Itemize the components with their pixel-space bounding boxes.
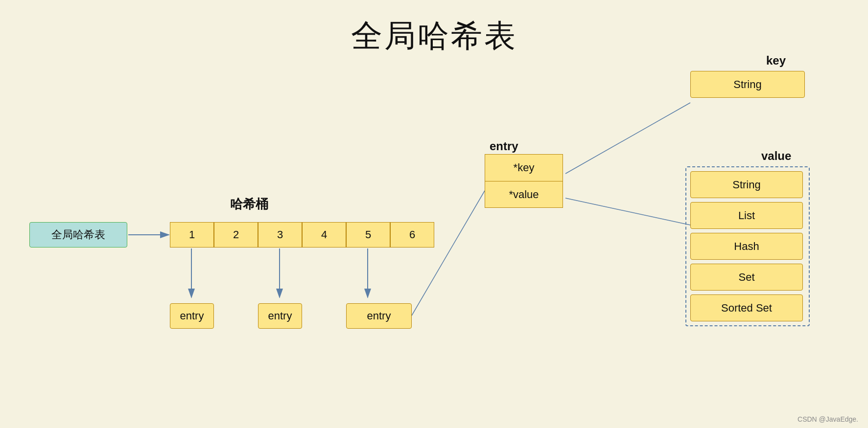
value-set-box: Set xyxy=(690,264,803,291)
svg-line-6 xyxy=(565,103,690,174)
svg-line-5 xyxy=(412,191,485,315)
value-label: value xyxy=(761,149,791,163)
value-types-container: String List Hash Set Sorted Set xyxy=(685,166,810,326)
bucket-cell-3: 3 xyxy=(258,222,302,248)
value-sorted-set-box: Sorted Set xyxy=(690,294,803,321)
entry-box-2: entry xyxy=(258,303,302,329)
watermark: CSDN @JavaEdge. xyxy=(798,415,858,423)
svg-line-7 xyxy=(565,198,690,225)
bucket-row: 1 2 3 4 5 6 xyxy=(170,222,434,248)
entry-box-1: entry xyxy=(170,303,214,329)
bucket-cell-5: 5 xyxy=(346,222,390,248)
bucket-cell-1: 1 xyxy=(170,222,214,248)
entry-detail-label: entry xyxy=(490,139,518,153)
bucket-cell-2: 2 xyxy=(214,222,258,248)
entry-key-row: *key xyxy=(485,154,563,181)
bucket-cell-6: 6 xyxy=(390,222,434,248)
entry-detail: *key *value xyxy=(485,154,563,208)
bucket-cell-4: 4 xyxy=(302,222,346,248)
value-string-box: String xyxy=(690,171,803,198)
global-hash-label: 全局哈希表 xyxy=(29,222,127,248)
entry-box-3: entry xyxy=(346,303,412,329)
page-title: 全局哈希表 xyxy=(0,0,868,57)
value-hash-box: Hash xyxy=(690,233,803,260)
value-list-box: List xyxy=(690,202,803,229)
diagram-container: 全局哈希表 全局哈希表 哈希桶 1 2 3 4 xyxy=(0,0,868,428)
bucket-label: 哈希桶 xyxy=(230,196,268,213)
entry-value-row: *value xyxy=(485,181,563,208)
key-string-box: String xyxy=(690,71,805,98)
key-label: key xyxy=(766,54,786,68)
